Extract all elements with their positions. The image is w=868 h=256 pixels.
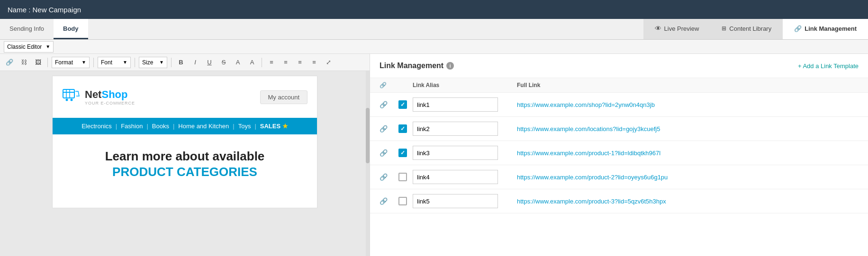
nav-toys: Toys bbox=[238, 123, 251, 130]
link-url-text: https://www.example.com/locations?lid=go… bbox=[517, 125, 660, 132]
link-alias-input[interactable] bbox=[413, 122, 498, 136]
divider4 bbox=[171, 58, 172, 67]
col-icon-header: 🔗 bbox=[380, 82, 398, 88]
align-center-button[interactable]: ≡ bbox=[280, 57, 291, 68]
logo-text: NetShop YOUR E-COMMERCE bbox=[85, 88, 135, 106]
highlight-button[interactable]: A bbox=[246, 57, 258, 68]
divider3 bbox=[135, 58, 135, 67]
tab-bar: Sending Info Body 👁 Live Preview ⊞ Conte… bbox=[0, 19, 868, 40]
add-link-template-button[interactable]: + Add a Link Template bbox=[798, 62, 859, 70]
scrollbar-thumb[interactable] bbox=[366, 108, 370, 163]
link-url-text: https://www.example.com/shop?lid=2ynw0n4… bbox=[517, 101, 655, 108]
link-url-text: https://www.example.com/product-3?lid=5q… bbox=[517, 198, 666, 205]
col-check-header bbox=[398, 82, 413, 88]
link-row: 🔗https://www.example.com/product-3?lid=5… bbox=[370, 189, 868, 213]
link-row-checkbox-cell: ✓ bbox=[398, 100, 413, 109]
logo-area: NetShop YOUR E-COMMERCE bbox=[62, 86, 135, 108]
justify-button[interactable]: ≡ bbox=[308, 57, 320, 68]
info-icon[interactable]: i bbox=[446, 62, 454, 70]
font-color-button[interactable]: A bbox=[232, 57, 244, 68]
nav-electronics: Electronics bbox=[81, 123, 112, 130]
eye-icon: 👁 bbox=[655, 25, 661, 32]
image-toolbar-icon[interactable]: 🖼 bbox=[32, 57, 44, 68]
chevron-down-icon: ▼ bbox=[45, 44, 50, 49]
email-preview: NetShop YOUR E-COMMERCE My account Elect… bbox=[52, 76, 317, 208]
link-checkbox-checked[interactable]: ✓ bbox=[398, 149, 407, 157]
classic-editor-bar: Classic Editor ▼ bbox=[0, 40, 868, 54]
link-row-icon: 🔗 bbox=[380, 125, 398, 132]
link-toolbar-icon[interactable]: 🔗 bbox=[4, 57, 15, 68]
link-full-url: https://www.example.com/locations?lid=go… bbox=[517, 125, 859, 132]
link-checkbox-unchecked[interactable] bbox=[398, 173, 407, 181]
link-alias-input[interactable] bbox=[413, 97, 498, 112]
link-table-header: 🔗 Link Alias Full Link bbox=[370, 78, 868, 93]
main-layout: 🔗 ⛓ 🖼 Format ▼ Font ▼ Size ▼ B I U S A bbox=[0, 54, 868, 256]
top-header: Name : New Campaign bbox=[0, 0, 868, 19]
tab-live-preview[interactable]: 👁 Live Preview bbox=[643, 19, 711, 39]
align-right-button[interactable]: ≡ bbox=[294, 57, 306, 68]
editor-pane: 🔗 ⛓ 🖼 Format ▼ Font ▼ Size ▼ B I U S A bbox=[0, 54, 370, 256]
link-row-checkbox-cell bbox=[398, 197, 413, 205]
link-alias-cell bbox=[413, 97, 517, 112]
italic-button[interactable]: I bbox=[190, 57, 201, 68]
link-full-url: https://www.example.com/product-3?lid=5q… bbox=[517, 198, 859, 205]
link-url-text: https://www.example.com/product-2?lid=oy… bbox=[517, 174, 668, 181]
font-select[interactable]: Font ▼ bbox=[98, 57, 131, 68]
divider2 bbox=[93, 58, 94, 67]
svg-point-4 bbox=[66, 99, 68, 101]
link-full-url: https://www.example.com/product-2?lid=oy… bbox=[517, 174, 859, 181]
link-checkbox-checked[interactable]: ✓ bbox=[398, 124, 407, 133]
link-alias-cell bbox=[413, 122, 517, 136]
fullscreen-button[interactable]: ⤢ bbox=[323, 57, 334, 68]
link-checkbox-checked[interactable]: ✓ bbox=[398, 100, 407, 109]
grid-icon: ⊞ bbox=[722, 25, 726, 32]
hero-title: Learn more about available bbox=[62, 149, 307, 165]
link-alias-cell bbox=[413, 194, 517, 208]
my-account-button[interactable]: My account bbox=[260, 90, 307, 104]
align-left-button[interactable]: ≡ bbox=[266, 57, 277, 68]
classic-editor-dropdown[interactable]: Classic Editor ▼ bbox=[4, 41, 54, 53]
right-tabs: 👁 Live Preview ⊞ Content Library 🔗 Link … bbox=[643, 19, 868, 39]
cart-icon bbox=[62, 86, 81, 108]
format-select[interactable]: Format ▼ bbox=[52, 57, 90, 68]
editor-content: NetShop YOUR E-COMMERCE My account Elect… bbox=[0, 71, 370, 256]
logo-name: NetShop bbox=[85, 88, 135, 101]
link-panel-header: Link Management i + Add a Link Template bbox=[370, 54, 868, 78]
campaign-title: Name : New Campaign bbox=[8, 6, 81, 14]
chevron-down-icon: ▼ bbox=[81, 60, 86, 65]
chevron-down-icon: ▼ bbox=[123, 60, 127, 65]
link-checkbox-unchecked[interactable] bbox=[398, 197, 407, 205]
link-row-checkbox-cell bbox=[398, 173, 413, 181]
link-full-url: https://www.example.com/shop?lid=2ynw0n4… bbox=[517, 101, 859, 108]
strikethrough-button[interactable]: S bbox=[218, 57, 229, 68]
link-row: 🔗✓https://www.example.com/locations?lid=… bbox=[370, 117, 868, 141]
hero-section: Learn more about available PRODUCT CATEG… bbox=[53, 134, 317, 208]
chevron-down-icon: ▼ bbox=[159, 60, 164, 65]
link-row-checkbox-cell: ✓ bbox=[398, 124, 413, 133]
link-alias-input[interactable] bbox=[413, 170, 498, 184]
link-chain-icon: 🔗 bbox=[794, 25, 802, 32]
link-row: 🔗✓https://www.example.com/product-1?lid=… bbox=[370, 141, 868, 165]
nav-home-kitchen: Home and Kitchen bbox=[178, 123, 229, 130]
divider1 bbox=[47, 58, 48, 67]
size-select[interactable]: Size ▼ bbox=[139, 57, 167, 68]
email-nav-bar: Electronics | Fashion | Books | Home and… bbox=[53, 118, 317, 134]
svg-rect-0 bbox=[63, 89, 74, 98]
link-row-icon: 🔗 bbox=[380, 149, 398, 157]
link-row-icon: 🔗 bbox=[380, 101, 398, 108]
tab-link-management[interactable]: 🔗 Link Management bbox=[783, 19, 868, 39]
link-alias-input[interactable] bbox=[413, 194, 498, 208]
link-url-text: https://www.example.com/product-1?lid=ld… bbox=[517, 150, 660, 157]
underline-button[interactable]: U bbox=[204, 57, 215, 68]
col-fulllink-header: Full Link bbox=[517, 82, 859, 88]
bold-button[interactable]: B bbox=[175, 57, 187, 68]
col-alias-header: Link Alias bbox=[413, 82, 517, 88]
logo-subtitle: YOUR E-COMMERCE bbox=[85, 101, 135, 106]
link-full-url: https://www.example.com/product-1?lid=ld… bbox=[517, 150, 859, 157]
link-alias-input[interactable] bbox=[413, 146, 498, 160]
tab-sending-info[interactable]: Sending Info bbox=[0, 19, 54, 39]
unlink-toolbar-icon[interactable]: ⛓ bbox=[18, 57, 29, 68]
tab-body[interactable]: Body bbox=[54, 19, 88, 39]
tab-content-library[interactable]: ⊞ Content Library bbox=[710, 19, 783, 39]
scrollbar-track[interactable] bbox=[366, 71, 370, 256]
